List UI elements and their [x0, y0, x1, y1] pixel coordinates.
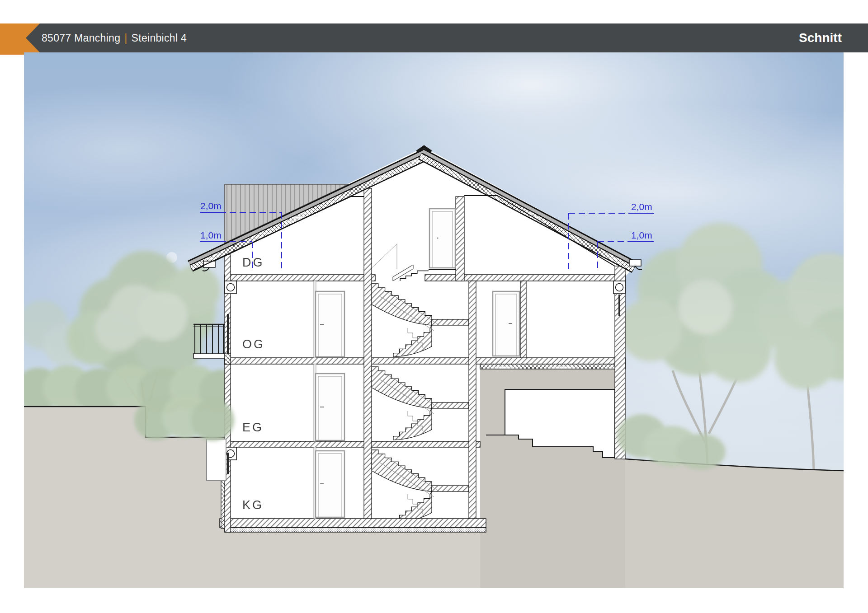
kg-perimeter-insulation: [221, 474, 225, 529]
address-separator: |: [120, 32, 131, 44]
page-title: Schnitt: [799, 31, 842, 45]
door-kg-left: [316, 451, 344, 517]
roller-box-right-og: [616, 284, 623, 291]
section-drawing: 2,0m 1,0m 2,0m 1,0m DG OG EG KG: [24, 52, 844, 588]
dim-left-2m: 2,0m: [200, 201, 222, 211]
dim-right-2m: 2,0m: [631, 201, 652, 212]
project-address: 85077 Manching|Steinbichl 4: [42, 32, 187, 44]
slide: 85077 Manching|Steinbichl 4 Schnitt: [0, 0, 868, 613]
hedge-left-front: [134, 395, 234, 441]
address-street: Steinbichl 4: [132, 32, 187, 44]
light-well: [207, 439, 226, 481]
dim-left-1m: 1,0m: [200, 230, 222, 240]
floor-label-kg: KG: [242, 498, 264, 512]
terrain-right: [625, 459, 844, 588]
door-og-right: [493, 291, 519, 356]
floor-label-eg: EG: [242, 421, 264, 434]
partition-right-og: [520, 281, 526, 358]
stair-core-wall-left: [364, 188, 372, 519]
floor-label-og: OG: [242, 337, 265, 351]
stair-core-wall-right-dg: [456, 197, 464, 281]
address-zip-city: 85077 Manching: [42, 32, 120, 44]
ground-under-building: [225, 532, 486, 588]
header-bar: 85077 Manching|Steinbichl 4 Schnitt: [0, 23, 868, 52]
roller-box-left-og: [227, 284, 235, 291]
gutter-right: [629, 260, 641, 266]
door-og-left: [316, 291, 344, 357]
dim-right-1m: 1,0m: [631, 230, 652, 240]
floor-label-dg: DG: [242, 256, 264, 269]
stair-core-wall-right: [469, 281, 476, 519]
exterior-wall-left: [225, 255, 231, 532]
door-dg-landing: [429, 209, 455, 268]
door-eg-left: [316, 374, 344, 440]
